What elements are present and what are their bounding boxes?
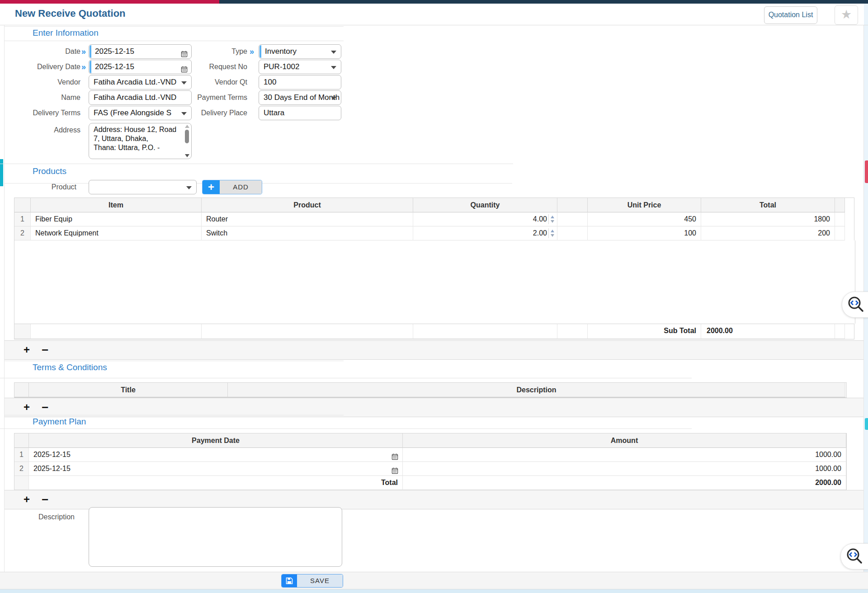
- save-button-label: SAVE: [297, 574, 343, 587]
- page-bottom-edge: [0, 589, 868, 593]
- quantity-cell[interactable]: 4.00: [413, 212, 557, 226]
- col-header-description: Description: [228, 383, 845, 397]
- unit-price-cell: 450: [588, 212, 701, 226]
- product-select[interactable]: [89, 180, 197, 194]
- blank-cell: [14, 324, 31, 339]
- payment-plan-table: Payment Date Amount 1 2025-12-15 1000.00…: [14, 433, 847, 490]
- payment-terms-select[interactable]: 30 Days End of Month: [259, 90, 341, 105]
- blank-cell: [31, 324, 202, 339]
- col-header-rowno: [14, 198, 31, 212]
- add-row-button[interactable]: +: [24, 493, 30, 506]
- blank-cell: [557, 212, 588, 226]
- spacer-cell: [835, 212, 845, 226]
- blank-cell: [557, 324, 588, 339]
- quantity-stepper[interactable]: [548, 214, 556, 224]
- star-icon: ★: [841, 8, 852, 21]
- remove-row-button[interactable]: −: [42, 401, 48, 414]
- col-header-rowno: [14, 433, 29, 448]
- add-row-button[interactable]: +: [24, 344, 30, 356]
- total-cell: 1800: [701, 212, 835, 226]
- add-product-button[interactable]: + ADD: [202, 180, 262, 194]
- chevron-down-icon: [331, 66, 336, 69]
- blank-cell: [835, 324, 845, 339]
- amount-cell: 1000.00: [403, 462, 846, 476]
- row-number: 1: [14, 212, 31, 226]
- label-delivery-place: Delivery Place: [170, 106, 247, 120]
- magnifier-code-icon: [846, 295, 865, 314]
- required-bar: [90, 45, 91, 58]
- section-title-products: Products: [33, 166, 66, 176]
- payment-date-cell[interactable]: 2025-12-15: [29, 448, 403, 462]
- blank-cell: [413, 324, 557, 339]
- chevron-down-icon: [331, 51, 336, 54]
- col-header-unit-price: Unit Price: [588, 198, 701, 212]
- chevron-down-icon: [186, 186, 192, 189]
- header-divider: [0, 25, 868, 25]
- label-vendor-qt: Vendor Qt: [170, 75, 247, 89]
- required-bar: [90, 61, 91, 73]
- row-number: 1: [14, 448, 29, 462]
- section-title-payment-plan: Payment Plan: [33, 417, 86, 427]
- vendor-qt-field[interactable]: [259, 75, 341, 89]
- add-row-button[interactable]: +: [24, 401, 30, 414]
- unit-price-cell: 100: [588, 226, 701, 240]
- scroll-down-icon[interactable]: [185, 154, 189, 157]
- chevron-down-icon: [331, 97, 336, 100]
- favorite-button[interactable]: ★: [835, 5, 858, 25]
- products-row-actions: + −: [5, 340, 863, 360]
- remove-row-button[interactable]: −: [42, 344, 48, 356]
- quotation-list-button[interactable]: Quotation List: [764, 6, 817, 24]
- label-description: Description: [4, 510, 75, 524]
- delivery-place-field[interactable]: [259, 106, 341, 120]
- quantity-stepper[interactable]: [548, 228, 556, 238]
- scrollbar-thumb[interactable]: [185, 130, 189, 143]
- description-textarea[interactable]: [89, 507, 342, 567]
- required-bar: [259, 45, 261, 58]
- products-table-body: [14, 240, 855, 324]
- col-header-spacer: [835, 198, 845, 212]
- blank-cell: [202, 324, 413, 339]
- section-divider: [0, 164, 513, 164]
- payment-total-label: Total: [29, 476, 403, 490]
- col-header-total: Total: [701, 198, 835, 212]
- item-cell: Network Equipment: [31, 226, 202, 240]
- section-divider: [0, 378, 692, 378]
- quantity-cell[interactable]: 2.00: [413, 226, 557, 240]
- request-no-select[interactable]: PUR-1002: [259, 60, 341, 74]
- right-accent-red: [865, 160, 868, 183]
- code-preview-button[interactable]: [840, 543, 868, 569]
- total-cell: 200: [701, 226, 835, 240]
- right-accent-cyan: [865, 418, 868, 430]
- calendar-icon[interactable]: [392, 451, 398, 462]
- col-header-rowno: [14, 383, 29, 397]
- code-preview-button[interactable]: [842, 292, 868, 318]
- products-table: Item Product Quantity Unit Price Total 1…: [14, 198, 854, 241]
- section-divider: [5, 26, 344, 27]
- blank-cell: [557, 226, 588, 240]
- col-header-quantity: Quantity: [413, 198, 557, 212]
- col-header-payment-date: Payment Date: [29, 433, 403, 448]
- save-icon: [282, 574, 297, 587]
- label-vendor: Vendor: [4, 75, 80, 89]
- section-divider: [5, 361, 344, 361]
- payment-date-cell[interactable]: 2025-12-15: [29, 462, 403, 476]
- item-cell: Fiber Equip: [31, 212, 202, 226]
- remove-row-button[interactable]: −: [42, 493, 48, 506]
- label-product: Product: [4, 180, 76, 194]
- col-header-blank: [557, 198, 588, 212]
- label-payment-terms: Payment Terms: [170, 90, 247, 105]
- payment-row-actions: + −: [5, 490, 863, 509]
- terms-row-actions: + −: [5, 398, 863, 417]
- spacer-cell: [835, 226, 845, 240]
- payment-total-value: 2000.00: [403, 476, 846, 490]
- address-textarea[interactable]: Address: House 12, Road 7, Uttara, Dhaka…: [89, 123, 192, 159]
- textarea-scrollbar[interactable]: [184, 125, 190, 157]
- type-select[interactable]: Inventory: [259, 44, 341, 59]
- col-header-item: Item: [31, 198, 202, 212]
- amount-cell: 1000.00: [403, 448, 846, 462]
- row-number: 2: [14, 226, 31, 240]
- scroll-up-icon[interactable]: [185, 125, 189, 128]
- calendar-icon[interactable]: [392, 465, 398, 476]
- product-cell: Switch: [202, 226, 413, 240]
- save-button[interactable]: SAVE: [281, 574, 343, 588]
